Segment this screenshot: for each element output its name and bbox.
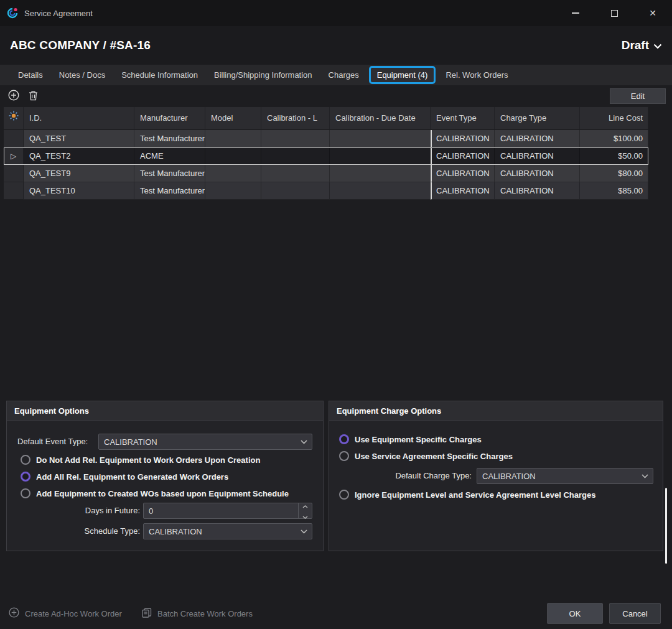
default-event-type-label: Default Event Type: [17, 434, 88, 450]
select-value: CALIBRATION [149, 527, 296, 536]
equipment-grid: I.D.ManufacturerModelCalibration - LCali… [4, 107, 648, 200]
row-indicator [4, 182, 24, 200]
cell-qa-test10-calibration_last [261, 182, 330, 200]
column-chooser-cell[interactable] [4, 107, 24, 130]
column-header-event-type[interactable]: Event Type [431, 107, 495, 130]
chevron-down-icon [296, 524, 312, 539]
minimize-button[interactable] [556, 0, 595, 26]
default-charge-type-select[interactable]: CALIBRATION [477, 468, 653, 484]
radio-button-selected[interactable] [21, 472, 30, 482]
column-header-model[interactable]: Model [205, 107, 261, 130]
button-label: Create Ad-Hoc Work Order [25, 609, 122, 618]
radio-button-selected[interactable] [339, 434, 349, 444]
cell-qa-test-calibration_due [330, 130, 431, 147]
column-header-line-cost[interactable]: Line Cost [580, 107, 648, 130]
tab-charges[interactable]: Charges [320, 65, 367, 85]
cell-qa-test-calibration_last [261, 130, 330, 147]
radio-do-not-add-rel-equipment-to-work-orders-upon-creation[interactable]: Do Not Add Rel. Equipment to Work Orders… [21, 454, 260, 466]
cell-qa-test9-calibration_due [330, 165, 431, 182]
tab-billing-shipping-information[interactable]: Billing/Shipping Information [206, 65, 320, 85]
cell-qa-test2-line_cost: $50.00 [580, 147, 648, 165]
radio-label: Add All Rel. Equipment to Generated Work… [36, 472, 228, 482]
grid-row-qa-test2[interactable]: ▷QA_TEST2ACMECALIBRATIONCALIBRATION$50.0… [4, 147, 648, 165]
grid-body: QA_TESTTest ManufacturerCALIBRATIONCALIB… [4, 130, 648, 200]
radio-add-all-rel-equipment-to-generated-work-orders[interactable]: Add All Rel. Equipment to Generated Work… [21, 470, 228, 483]
tab-schedule-information[interactable]: Schedule Information [113, 65, 206, 85]
cell-qa-test9-model [205, 165, 261, 182]
tab-notes-docs[interactable]: Notes / Docs [51, 65, 113, 85]
default-charge-type-label: Default Charge Type: [340, 468, 472, 484]
column-header-calibration-l[interactable]: Calibration - L [261, 107, 330, 130]
radio-button[interactable] [21, 455, 30, 465]
cell-qa-test2-manufacturer: ACME [134, 147, 205, 165]
delete-equipment-button[interactable] [29, 90, 38, 103]
default-event-type-select[interactable]: CALIBRATION [98, 434, 312, 450]
cell-qa-test2-calibration_last [261, 147, 330, 165]
spinner-down-icon[interactable] [302, 511, 308, 521]
radio-use-equipment-specific-charges[interactable]: Use Equipment Specific Charges [339, 433, 482, 445]
plus-circle-icon [8, 90, 19, 103]
grid-toolbar: Edit [0, 85, 672, 107]
radio-use-service-agreement-specific-charges[interactable]: Use Service Agreement Specific Charges [339, 450, 513, 462]
cell-qa-test10-line_cost: $85.00 [580, 182, 648, 200]
radio-button[interactable] [21, 488, 30, 498]
equipment-charge-options-panel: Equipment Charge Options Default Charge … [329, 401, 663, 551]
cell-qa-test9-manufacturer: Test Manufacturer [134, 165, 205, 182]
days-in-future-label: Days in Future: [17, 503, 140, 519]
grid-row-qa-test9[interactable]: QA_TEST9Test ManufacturerCALIBRATIONCALI… [4, 165, 648, 182]
cell-qa-test9-line_cost: $80.00 [580, 165, 648, 182]
cell-qa-test2-calibration_due [330, 147, 431, 165]
radio-ignore-equipment-level-and-service-agreement-level-charges[interactable]: Ignore Equipment Level and Service Agree… [339, 488, 595, 501]
radio-label: Do Not Add Rel. Equipment to Work Orders… [36, 455, 260, 465]
close-icon: ✕ [649, 8, 656, 18]
ok-button[interactable]: OK [547, 603, 603, 624]
title-bar[interactable]: Service Agreement ✕ [0, 0, 672, 26]
edit-button[interactable]: Edit [610, 88, 666, 104]
cell-qa-test-manufacturer: Test Manufacturer [134, 130, 205, 147]
batch-create-work-orders-button[interactable]: Batch Create Work Orders [142, 603, 253, 624]
radio-label: Ignore Equipment Level and Service Agree… [355, 490, 595, 500]
cell-qa-test-event_type: CALIBRATION [431, 130, 495, 147]
column-header-calibration-due-date[interactable]: Calibration - Due Date [330, 107, 431, 130]
maximize-icon [611, 10, 618, 17]
minimize-icon [572, 12, 579, 14]
equipment-options-title: Equipment Options [7, 401, 323, 421]
schedule-type-select[interactable]: CALIBRATION [143, 523, 312, 539]
cancel-button[interactable]: Cancel [609, 603, 661, 624]
select-value: CALIBRATION [104, 437, 296, 447]
tab-rel-work-orders[interactable]: Rel. Work Orders [437, 65, 516, 85]
cell-qa-test10-charge_type: CALIBRATION [495, 182, 580, 200]
grid-row-qa-test10[interactable]: QA_TEST10Test ManufacturerCALIBRATIONCAL… [4, 182, 648, 200]
create-adhoc-work-order-button[interactable]: Create Ad-Hoc Work Order [9, 603, 122, 624]
radio-label: Use Equipment Specific Charges [355, 435, 482, 444]
days-in-future-input[interactable]: 0 [143, 503, 312, 519]
grid-row-qa-test[interactable]: QA_TESTTest ManufacturerCALIBRATIONCALIB… [4, 130, 648, 147]
column-header-i-d[interactable]: I.D. [24, 107, 134, 130]
radio-button[interactable] [339, 451, 349, 461]
cell-qa-test-id: QA_TEST [24, 130, 134, 147]
spinner-up-icon[interactable] [302, 501, 308, 510]
cell-qa-test10-calibration_due [330, 182, 431, 200]
charge-options-body: Default Charge Type: CALIBRATION Use Equ… [329, 421, 663, 550]
days-in-future-spinner[interactable] [298, 503, 312, 518]
sun-icon [9, 107, 19, 129]
scrollbar-thumb[interactable] [665, 488, 667, 564]
row-indicator [4, 130, 24, 147]
chevron-down-icon [296, 434, 312, 449]
status-label: Draft [622, 39, 649, 52]
maximize-button[interactable] [595, 0, 633, 26]
cell-qa-test-charge_type: CALIBRATION [495, 130, 580, 147]
cell-qa-test10-id: QA_TEST10 [24, 182, 134, 200]
status-dropdown[interactable]: Draft [622, 39, 662, 52]
column-header-charge-type[interactable]: Charge Type [495, 107, 580, 130]
trash-icon [29, 90, 38, 103]
cell-qa-test2-id: QA_TEST2 [24, 147, 134, 165]
tab-equipment-4[interactable]: Equipment (4) [369, 66, 436, 84]
tab-details[interactable]: Details [10, 65, 51, 85]
close-button[interactable]: ✕ [633, 0, 672, 26]
radio-add-equipment-to-created-wos-based-upon-equipment-schedule[interactable]: Add Equipment to Created WOs based upon … [21, 487, 289, 500]
radio-button[interactable] [339, 490, 349, 500]
add-equipment-button[interactable] [8, 90, 19, 103]
column-header-manufacturer[interactable]: Manufacturer [134, 107, 205, 130]
service-agreement-window: Service Agreement ✕ ABC COMPANY / #SA-16… [0, 0, 672, 629]
